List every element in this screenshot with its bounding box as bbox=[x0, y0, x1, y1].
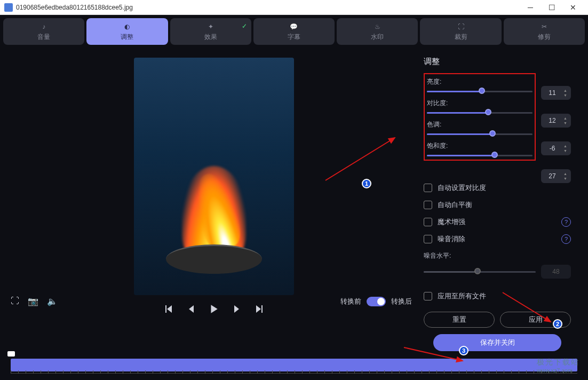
crop-icon: ⛶ bbox=[456, 22, 466, 31]
auto-wb-label: 自动白平衡 bbox=[438, 200, 472, 210]
apply-all-checkbox[interactable] bbox=[424, 292, 432, 300]
main-area: ⛶ 📷 🔈 转换前 转换后 1 bbox=[0, 48, 588, 351]
subtitle-icon: 💬 bbox=[289, 22, 299, 31]
titlebar: 0190685e6edbeda8012165188dcee5.jpg ─ ☐ ✕ bbox=[0, 0, 588, 15]
tab-adjust[interactable]: ◐ 调整 bbox=[86, 18, 168, 45]
help-icon[interactable]: ? bbox=[561, 234, 571, 244]
app-icon bbox=[4, 3, 13, 12]
stamp-icon: ♨ bbox=[372, 22, 382, 31]
preview-switch[interactable] bbox=[367, 297, 386, 306]
tab-watermark[interactable]: ♨ 水印 bbox=[337, 18, 418, 45]
fullscreen-icon[interactable]: ⛶ bbox=[11, 296, 19, 306]
tab-label: 效果 bbox=[204, 33, 217, 42]
preview-column: ⛶ 📷 🔈 转换前 转换后 1 bbox=[11, 52, 417, 351]
camera-icon[interactable]: 📷 bbox=[28, 296, 38, 306]
auto-wb-checkbox[interactable] bbox=[424, 201, 432, 209]
close-button[interactable]: ✕ bbox=[562, 0, 584, 15]
help-icon[interactable]: ? bbox=[561, 217, 571, 227]
contrast-icon: ◐ bbox=[122, 22, 132, 31]
magic-enhance-row: 魔术增强 ? bbox=[424, 217, 571, 227]
timeline: 00:00:00.000 00:00.720 00:01.441 00:02.1… bbox=[0, 351, 588, 380]
music-note-icon: ♪ bbox=[39, 22, 49, 31]
noise-level-group: 噪音水平: 48 bbox=[424, 251, 571, 279]
contrast-group: 对比度: bbox=[427, 99, 533, 114]
tab-label: 裁剪 bbox=[455, 33, 467, 42]
saturation-spinner[interactable]: 27▲▼ bbox=[541, 169, 571, 183]
playhead[interactable] bbox=[7, 351, 15, 357]
noise-level-slider[interactable] bbox=[424, 271, 536, 273]
play-icon[interactable] bbox=[209, 304, 219, 314]
annotation-badge-2: 2 bbox=[553, 319, 562, 329]
brightness-label: 亮度: bbox=[427, 77, 533, 86]
hue-spinner[interactable]: -6▲▼ bbox=[541, 141, 571, 155]
toolbar-tabs: ♪ 音量 ◐ 调整 ✦ 效果 ✓ 💬 字幕 ♨ 水印 ⛶ 裁剪 ✂ 修剪 bbox=[0, 15, 588, 48]
before-after-toggle: 转换前 转换后 bbox=[340, 297, 412, 306]
skip-end-icon[interactable] bbox=[255, 304, 264, 314]
tab-volume[interactable]: ♪ 音量 bbox=[3, 18, 84, 45]
reset-button[interactable]: 重置 bbox=[424, 312, 495, 328]
hue-label: 色调: bbox=[427, 120, 533, 129]
svg-line-0 bbox=[325, 138, 395, 180]
hue-slider[interactable] bbox=[427, 133, 533, 135]
auto-contrast-checkbox[interactable] bbox=[424, 184, 432, 192]
preview-tools: ⛶ 📷 🔈 bbox=[11, 296, 58, 306]
save-close-button[interactable]: 保存并关闭 bbox=[433, 334, 561, 351]
window-title: 0190685e6edbeda8012165188dcee5.jpg bbox=[16, 4, 520, 11]
hue-group: 色调: bbox=[427, 120, 533, 135]
scissors-icon: ✂ bbox=[539, 22, 549, 31]
adjust-panel: 调整 亮度: 对比度: bbox=[417, 52, 577, 351]
auto-contrast-label: 自动设置对比度 bbox=[438, 183, 486, 193]
noise-remove-row: 噪音消除 ? bbox=[424, 234, 571, 244]
skip-start-icon[interactable] bbox=[164, 304, 173, 314]
noise-level-label: 噪音水平: bbox=[424, 251, 571, 260]
tab-label: 水印 bbox=[371, 33, 384, 42]
magic-enhance-checkbox[interactable] bbox=[424, 218, 432, 226]
before-label: 转换前 bbox=[340, 297, 361, 306]
saturation-label: 饱和度: bbox=[427, 141, 533, 151]
annotation-arrow-1 bbox=[320, 132, 406, 186]
after-label: 转换后 bbox=[391, 297, 412, 306]
tab-label: 修剪 bbox=[538, 33, 551, 42]
tab-trim[interactable]: ✂ 修剪 bbox=[504, 18, 585, 45]
brightness-spinner[interactable]: 11▲▼ bbox=[541, 86, 571, 100]
speaker-icon[interactable]: 🔈 bbox=[47, 296, 58, 306]
noise-remove-label: 噪音消除 bbox=[438, 234, 465, 244]
annotation-badge-3: 3 bbox=[459, 346, 468, 355]
slider-highlight-box: 亮度: 对比度: 色调: bbox=[424, 73, 536, 161]
preview-image bbox=[134, 58, 294, 295]
wand-icon: ✦ bbox=[206, 22, 216, 31]
check-icon: ✓ bbox=[242, 22, 247, 30]
annotation-badge-1: 1 bbox=[362, 179, 371, 188]
apply-all-row: 应用至所有文件 bbox=[424, 291, 571, 301]
prev-frame-icon[interactable] bbox=[186, 304, 196, 314]
timeline-clip[interactable] bbox=[11, 359, 577, 371]
tab-subtitle[interactable]: 💬 字幕 bbox=[253, 18, 335, 45]
next-frame-icon[interactable] bbox=[232, 304, 242, 314]
saturation-group: 饱和度: bbox=[427, 141, 533, 156]
contrast-slider[interactable] bbox=[427, 112, 533, 114]
fire-graphic bbox=[161, 124, 267, 263]
contrast-label: 对比度: bbox=[427, 99, 533, 108]
tab-label: 调整 bbox=[121, 33, 133, 42]
noise-level-spinner[interactable]: 48 bbox=[541, 265, 571, 279]
tab-effect[interactable]: ✦ 效果 ✓ bbox=[170, 18, 251, 45]
maximize-button[interactable]: ☐ bbox=[541, 0, 562, 15]
minimize-button[interactable]: ─ bbox=[520, 0, 541, 15]
site-watermark: 极光下载站 www.xz7.com bbox=[537, 358, 579, 374]
contrast-spinner[interactable]: 12▲▼ bbox=[541, 114, 571, 128]
panel-title: 调整 bbox=[424, 57, 571, 67]
saturation-slider[interactable] bbox=[427, 155, 533, 156]
apply-all-label: 应用至所有文件 bbox=[438, 291, 486, 301]
magic-enhance-label: 魔术增强 bbox=[438, 217, 465, 227]
app-body: ♪ 音量 ◐ 调整 ✦ 效果 ✓ 💬 字幕 ♨ 水印 ⛶ 裁剪 ✂ 修剪 bbox=[0, 15, 588, 380]
auto-contrast-row: 自动设置对比度 bbox=[424, 183, 571, 193]
noise-remove-checkbox[interactable] bbox=[424, 235, 432, 243]
tab-label: 音量 bbox=[37, 33, 50, 42]
auto-wb-row: 自动白平衡 bbox=[424, 200, 571, 210]
tab-label: 字幕 bbox=[288, 33, 300, 42]
bowl-graphic bbox=[166, 244, 262, 274]
brightness-group: 亮度: bbox=[427, 77, 533, 92]
brightness-slider[interactable] bbox=[427, 91, 533, 92]
tab-crop[interactable]: ⛶ 裁剪 bbox=[420, 18, 501, 45]
action-buttons: 重置 应用 bbox=[424, 312, 571, 328]
